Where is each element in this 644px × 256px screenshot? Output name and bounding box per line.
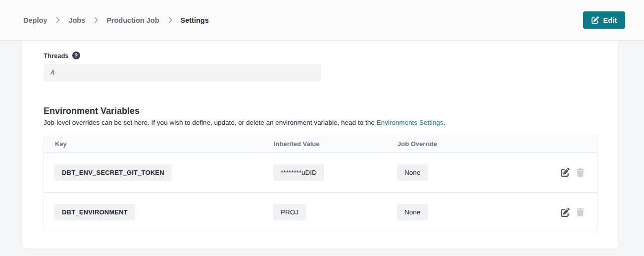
delete-row-icon[interactable] bbox=[577, 208, 585, 216]
chevron-right-icon bbox=[168, 17, 172, 23]
main-content: Threads ? Environment Variables Job-leve… bbox=[0, 41, 644, 249]
env-var-job-override-chip: None bbox=[397, 204, 428, 220]
threads-input[interactable] bbox=[44, 64, 321, 82]
delete-row-icon[interactable] bbox=[577, 168, 585, 177]
breadcrumb: Deploy Jobs Production Job Settings bbox=[23, 16, 209, 24]
chevron-right-icon bbox=[94, 17, 98, 23]
breadcrumb-item-jobs[interactable]: Jobs bbox=[68, 16, 85, 24]
edit-row-icon[interactable] bbox=[561, 208, 570, 217]
top-bar: Deploy Jobs Production Job Settings Edit bbox=[0, 0, 644, 41]
chevron-right-icon bbox=[55, 17, 60, 23]
job-settings-card: Threads ? Environment Variables Job-leve… bbox=[22, 41, 618, 249]
edit-button-label: Edit bbox=[603, 16, 617, 24]
breadcrumb-item-settings: Settings bbox=[181, 16, 209, 24]
environments-settings-link[interactable]: Environments Settings bbox=[376, 119, 443, 126]
pen-square-icon bbox=[592, 16, 599, 24]
table-header: Key Inherited Value Job Override bbox=[44, 135, 597, 153]
env-vars-title: Environment Variables bbox=[44, 106, 618, 116]
env-vars-table: Key Inherited Value Job Override DBT_ENV… bbox=[44, 135, 597, 232]
edit-row-icon[interactable] bbox=[561, 168, 570, 177]
help-icon[interactable]: ? bbox=[72, 51, 80, 59]
env-var-inherited-value-chip: PROJ bbox=[273, 204, 306, 220]
env-var-job-override-chip: None bbox=[397, 164, 428, 181]
env-var-key-chip: DBT_ENV_SECRET_GIT_TOKEN bbox=[54, 164, 172, 181]
table-row: DBT_ENVIRONMENT PROJ None bbox=[44, 192, 597, 232]
env-var-inherited-value-chip: ********uDID bbox=[273, 164, 324, 181]
column-header-key: Key bbox=[44, 140, 263, 148]
column-header-job-override: Job Override bbox=[387, 140, 549, 148]
threads-label: Threads bbox=[44, 52, 69, 59]
env-vars-description-period: . bbox=[444, 119, 446, 126]
env-vars-description-text: Job-level overrides can be set here. If … bbox=[44, 119, 376, 126]
env-vars-description: Job-level overrides can be set here. If … bbox=[44, 119, 618, 126]
column-header-inherited-value: Inherited Value bbox=[263, 140, 387, 148]
env-var-key-chip: DBT_ENVIRONMENT bbox=[54, 204, 135, 220]
breadcrumb-item-deploy[interactable]: Deploy bbox=[23, 16, 47, 24]
table-row: DBT_ENV_SECRET_GIT_TOKEN ********uDID No… bbox=[44, 153, 597, 192]
edit-button[interactable]: Edit bbox=[583, 11, 625, 29]
breadcrumb-item-production-job[interactable]: Production Job bbox=[106, 16, 159, 24]
